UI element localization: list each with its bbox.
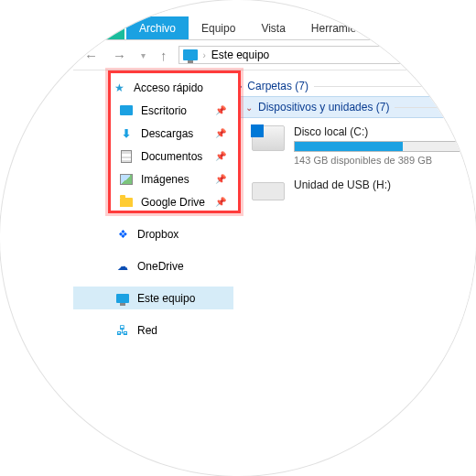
divider: [395, 107, 476, 108]
chevron-right-icon: ›: [203, 50, 206, 60]
pictures-icon: [120, 174, 133, 185]
sidebar-item-downloads[interactable]: ⬇ Descargas 📌: [73, 122, 233, 145]
sidebar-item-label: Documentos: [141, 150, 202, 163]
document-icon: [121, 150, 132, 163]
section-title: Dispositivos y unidades (7): [258, 101, 389, 114]
navigation-pane: ★ Acceso rápido Escritorio 📌 ⬇ Descargas…: [73, 70, 233, 360]
sidebar-item-network[interactable]: 🖧 Red: [73, 319, 233, 341]
section-title: Carpetas (7): [247, 80, 308, 92]
content-pane: › Carpetas (7) ⌄ Dispositivos y unidades…: [233, 70, 476, 360]
drive-local-disk[interactable]: Disco local (C:) 143 GB disponibles de 3…: [252, 125, 476, 166]
network-icon: 🖧: [115, 323, 130, 338]
breadcrumb-path: Este equipo: [211, 49, 269, 61]
pin-icon: 📌: [215, 174, 226, 184]
sidebar-quick-access[interactable]: ★ Acceso rápido: [73, 76, 233, 99]
divider: [314, 86, 476, 87]
drive-title: Unidad de USB (H:): [294, 178, 476, 191]
sidebar-item-label: Descargas: [141, 127, 193, 140]
folder-icon: [120, 198, 133, 207]
disk-icon: [252, 125, 285, 151]
app-icon-block: [73, 10, 126, 39]
drive-title: Disco local (C:): [294, 125, 476, 138]
sidebar-item-desktop[interactable]: Escritorio 📌: [73, 99, 233, 122]
back-button[interactable]: ←: [81, 48, 102, 63]
sidebar-item-label: Imágenes: [141, 173, 189, 186]
sidebar-item-onedrive[interactable]: ☁ OneDrive: [73, 254, 233, 277]
tab-tools[interactable]: Herramientas de unidad: [298, 16, 441, 39]
up-button[interactable]: ↑: [157, 48, 171, 63]
pin-icon: 📌: [215, 151, 226, 161]
sidebar-item-this-pc[interactable]: Este equipo: [73, 287, 233, 309]
download-icon: ⬇: [119, 126, 134, 141]
sidebar-item-label: Red: [137, 324, 157, 337]
windows-badge-icon: [251, 124, 264, 137]
recent-dropdown-icon[interactable]: ▾: [137, 50, 149, 60]
pin-icon: 📌: [215, 105, 226, 115]
sidebar-item-documents[interactable]: Documentos 📌: [73, 145, 233, 168]
usb-icon: [252, 182, 285, 200]
drive-usb[interactable]: Unidad de USB (H:): [252, 178, 476, 200]
tab-equipo[interactable]: Equipo: [189, 16, 248, 39]
dropbox-icon: ❖: [115, 227, 130, 242]
sidebar-item-google-drive[interactable]: Google Drive 📌: [73, 190, 233, 213]
tab-archivo[interactable]: Archivo: [126, 16, 189, 39]
sidebar-item-label: Este equipo: [137, 292, 195, 305]
desktop-icon: [120, 105, 133, 115]
onedrive-icon: ☁: [115, 259, 130, 274]
explorer-window: Archivo Equipo Vista Herramientas de uni…: [73, 9, 476, 360]
chevron-right-icon: ›: [239, 81, 242, 92]
storage-bar-fill: [295, 142, 403, 151]
pin-icon: 📌: [215, 197, 226, 207]
sidebar-item-label: OneDrive: [137, 260, 184, 273]
forward-button[interactable]: →: [109, 48, 130, 63]
tab-vista[interactable]: Vista: [248, 16, 298, 39]
sidebar-item-images[interactable]: Imágenes 📌: [73, 168, 233, 190]
sidebar-item-label: Dropbox: [137, 228, 178, 241]
drive-subtitle: 143 GB disponibles de 389 GB: [294, 155, 476, 166]
this-pc-icon: [183, 49, 198, 60]
section-folders[interactable]: › Carpetas (7): [239, 80, 476, 92]
star-icon: ★: [112, 81, 126, 95]
section-devices[interactable]: ⌄ Dispositivos y unidades (7): [239, 96, 476, 118]
monitor-icon: [116, 294, 129, 303]
sidebar-item-label: Escritorio: [141, 104, 187, 117]
pin-icon: 📌: [215, 128, 226, 138]
address-bar-row: ← → ▾ ↑ › Este equipo: [73, 40, 476, 70]
sidebar-item-label: Google Drive: [141, 196, 205, 209]
chevron-down-icon: ⌄: [245, 103, 253, 113]
sidebar-item-dropbox[interactable]: ❖ Dropbox: [73, 222, 233, 245]
ribbon-tabs: Archivo Equipo Vista Herramientas de uni…: [73, 9, 476, 40]
breadcrumb[interactable]: › Este equipo: [178, 46, 477, 64]
storage-bar: [294, 141, 468, 152]
sidebar-item-label: Acceso rápido: [134, 81, 203, 94]
